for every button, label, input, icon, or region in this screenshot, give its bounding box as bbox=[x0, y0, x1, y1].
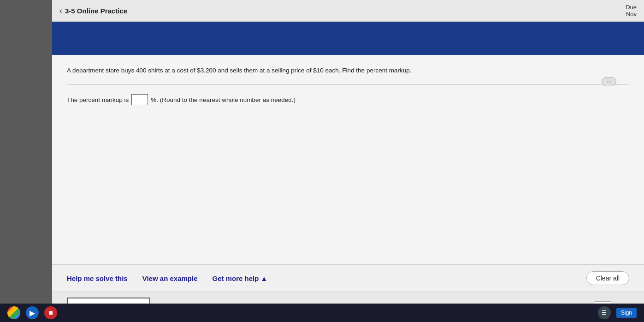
sign-button[interactable]: Sign bbox=[616, 308, 637, 318]
taskbar-right-icons: ☰ Sign bbox=[598, 306, 637, 319]
app-icon[interactable]: ■ bbox=[44, 306, 57, 319]
due-label: Due bbox=[626, 4, 637, 11]
answer-line: The percent markup is %. (Round to the n… bbox=[67, 94, 629, 105]
due-info: Due Nov bbox=[626, 4, 637, 18]
content-area: ··· A department store buys 400 shirts a… bbox=[52, 55, 644, 264]
taskbar: ▶ ■ ☰ Sign bbox=[0, 304, 644, 322]
more-help-label: Get more help bbox=[213, 274, 259, 282]
expand-button[interactable]: ··· bbox=[602, 77, 616, 86]
teams-icon[interactable]: ▶ bbox=[26, 306, 39, 319]
question-text: A department store buys 400 shirts at a … bbox=[67, 66, 629, 75]
nav-title: 3-5 Online Practice bbox=[65, 7, 127, 15]
get-more-help-button[interactable]: Get more help ▲ bbox=[205, 274, 275, 282]
main-container: ‹ 3-5 Online Practice Due Nov ··· A depa… bbox=[52, 0, 644, 322]
sidebar-left bbox=[0, 0, 52, 322]
back-chevron-icon: ‹ bbox=[59, 6, 62, 16]
divider bbox=[67, 84, 629, 85]
answer-input[interactable] bbox=[131, 94, 148, 105]
answer-prefix: The percent markup is bbox=[67, 96, 129, 103]
chrome-icon[interactable] bbox=[7, 306, 20, 319]
taskbar-icons: ▶ ■ bbox=[7, 306, 57, 319]
clear-all-button[interactable]: Clear all bbox=[586, 271, 629, 285]
system-tray-icon[interactable]: ☰ bbox=[598, 306, 611, 319]
due-date: Nov bbox=[626, 11, 637, 18]
back-nav[interactable]: ‹ 3-5 Online Practice bbox=[59, 6, 127, 16]
expand-icon: ··· bbox=[607, 78, 611, 85]
more-help-arrow-icon: ▲ bbox=[260, 274, 267, 282]
bottom-toolbar: Help me solve this View an example Get m… bbox=[52, 264, 644, 292]
answer-suffix: %. (Round to the nearest whole number as… bbox=[151, 96, 295, 103]
blue-header-banner bbox=[52, 22, 644, 55]
view-example-button[interactable]: View an example bbox=[135, 274, 205, 282]
top-bar: ‹ 3-5 Online Practice Due Nov bbox=[52, 0, 644, 22]
help-me-solve-button[interactable]: Help me solve this bbox=[67, 274, 135, 282]
